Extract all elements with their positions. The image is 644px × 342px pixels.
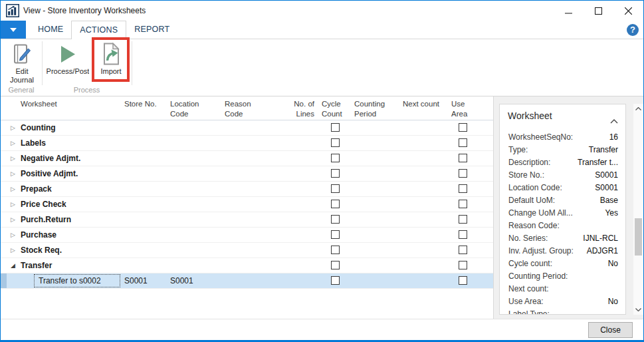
cycle-count-checkbox[interactable] <box>331 200 340 208</box>
tab-home[interactable]: HOME <box>30 21 71 39</box>
worksheet-name-cell[interactable]: Transfer to s0002 <box>34 274 120 287</box>
cycle-count-checkbox[interactable] <box>331 230 340 239</box>
location-code-cell[interactable]: S0001 <box>170 273 193 289</box>
row-selector-strip[interactable] <box>1 273 7 288</box>
application-window: View - Store Inventory Worksheets HOME A… <box>0 0 644 342</box>
cycle-count-checkbox[interactable] <box>331 246 340 254</box>
use-area-checkbox[interactable] <box>459 276 467 285</box>
scrollbar-thumb[interactable] <box>635 218 642 256</box>
table-row-labels[interactable]: ▷ Labels <box>1 136 493 151</box>
cycle-count-checkbox[interactable] <box>331 123 340 132</box>
expand-icon[interactable]: ▷ <box>11 170 18 178</box>
expand-icon[interactable]: ▷ <box>11 216 18 224</box>
cycle-count-checkbox[interactable] <box>331 184 340 193</box>
table-row-positive-adjmt[interactable]: ▷ Positive Adjmt. <box>1 166 493 182</box>
store-no-cell[interactable]: S0001 <box>124 273 148 289</box>
fact-field: Type:Transfer <box>500 144 625 156</box>
collapse-icon[interactable]: ◢ <box>11 262 18 269</box>
column-header-location-code[interactable]: Location Code <box>170 99 207 119</box>
expand-icon[interactable]: ▷ <box>11 155 18 162</box>
chevron-up-icon[interactable] <box>610 114 618 126</box>
group-label-process: Process <box>42 86 132 94</box>
table-row-purch-return[interactable]: ▷ Purch.Return <box>1 212 493 228</box>
scroll-up-icon[interactable] <box>633 104 643 114</box>
worksheet-factbox: Worksheet WorksheetSeqNo:16 Type:Transfe… <box>499 104 626 315</box>
cycle-count-checkbox[interactable] <box>331 261 340 269</box>
application-menu-button[interactable] <box>1 21 26 39</box>
table-row-price-check[interactable]: ▷ Price Check <box>1 197 493 212</box>
cycle-count-checkbox[interactable] <box>331 138 340 147</box>
column-header-worksheet[interactable]: Worksheet <box>21 99 57 109</box>
column-header-use-area[interactable]: Use Area <box>451 99 478 119</box>
use-area-checkbox[interactable] <box>459 184 467 193</box>
app-chart-icon <box>6 4 19 17</box>
use-area-checkbox[interactable] <box>459 123 467 132</box>
fact-field: WorksheetSeqNo:16 <box>500 131 625 144</box>
expand-icon[interactable]: ▷ <box>11 186 18 193</box>
column-header-next-count[interactable]: Next count <box>403 99 451 109</box>
tab-report[interactable]: REPORT <box>126 21 177 39</box>
maximize-icon <box>595 7 602 15</box>
close-window-button[interactable] <box>613 1 643 21</box>
column-header-no-of-lines[interactable]: No. of Lines <box>280 99 314 119</box>
expand-icon[interactable]: ▷ <box>11 124 18 132</box>
caret-down-icon <box>10 28 17 32</box>
use-area-checkbox[interactable] <box>459 230 467 239</box>
column-header-store-no[interactable]: Store No. <box>124 99 164 109</box>
column-header-cycle-count[interactable]: Cycle Count <box>322 99 351 119</box>
window-title: View - Store Inventory Worksheets <box>23 1 146 21</box>
footer-bar: Close <box>1 319 643 341</box>
worksheet-list: Worksheet Store No. Location Code Reason… <box>1 96 494 319</box>
use-area-checkbox[interactable] <box>459 246 467 254</box>
use-area-checkbox[interactable] <box>459 200 467 208</box>
use-area-checkbox[interactable] <box>459 215 467 224</box>
table-row-transfer-to-s0002[interactable]: Transfer to s0002 S0001 S0001 <box>1 273 493 289</box>
process-post-button[interactable]: Process/Post <box>43 41 92 85</box>
group-label-general: General <box>1 86 42 94</box>
expand-icon[interactable]: ▷ <box>11 232 18 239</box>
table-row-prepack[interactable]: ▷ Prepack <box>1 182 493 197</box>
fact-field: Reason Code: <box>500 220 625 232</box>
factbox-panel: Worksheet WorksheetSeqNo:16 Type:Transfe… <box>494 96 643 319</box>
fact-field: Default UoM:Base <box>500 194 625 207</box>
table-row-counting[interactable]: ▷ Counting <box>1 120 493 136</box>
panel-scrollbar[interactable] <box>633 104 643 315</box>
use-area-checkbox[interactable] <box>459 138 467 147</box>
cycle-count-checkbox[interactable] <box>331 276 340 285</box>
scroll-down-icon[interactable] <box>633 305 643 315</box>
expand-icon[interactable]: ▷ <box>11 140 18 147</box>
table-row-purchase[interactable]: ▷ Purchase <box>1 228 493 243</box>
maximize-button[interactable] <box>584 1 613 21</box>
cycle-count-checkbox[interactable] <box>331 215 340 224</box>
fact-field: Inv. Adjust. Group:ADJGR1 <box>500 245 625 257</box>
fact-field: Use Area:No <box>500 295 625 308</box>
tab-actions[interactable]: ACTIONS <box>71 21 126 39</box>
expand-icon[interactable]: ▷ <box>11 247 18 254</box>
use-area-checkbox[interactable] <box>459 154 467 162</box>
table-row-negative-adjmt[interactable]: ▷ Negative Adjmt. <box>1 151 493 166</box>
fact-field: Next count: <box>500 283 625 295</box>
close-button[interactable]: Close <box>588 322 633 338</box>
window-controls <box>554 1 643 21</box>
annotation-highlight <box>92 37 130 82</box>
help-icon[interactable]: ? <box>627 24 639 36</box>
column-header-counting-period[interactable]: Counting Period <box>354 99 395 119</box>
minimize-icon <box>565 7 572 15</box>
use-area-checkbox[interactable] <box>459 261 467 269</box>
column-header-reason-code[interactable]: Reason Code <box>225 99 262 119</box>
factbox-title: Worksheet <box>508 110 552 121</box>
expand-icon[interactable]: ▷ <box>11 201 18 208</box>
table-row-stock-req[interactable]: ▷ Stock Req. <box>1 243 493 258</box>
table-row-transfer[interactable]: ◢ Transfer <box>1 258 493 273</box>
cycle-count-checkbox[interactable] <box>331 154 340 162</box>
fact-field: Store No.:S0001 <box>500 169 625 182</box>
fact-field: Label Type: <box>500 308 625 315</box>
minimize-button[interactable] <box>554 1 584 21</box>
fact-field: No. Series:IJNL-RCL <box>500 232 625 245</box>
edit-journal-button[interactable]: Edit Journal <box>3 41 41 85</box>
ribbon-group-separator <box>42 41 43 85</box>
use-area-checkbox[interactable] <box>459 169 467 178</box>
title-bar: View - Store Inventory Worksheets <box>1 1 643 21</box>
cycle-count-checkbox[interactable] <box>331 169 340 178</box>
table-header: Worksheet Store No. Location Code Reason… <box>1 96 493 120</box>
